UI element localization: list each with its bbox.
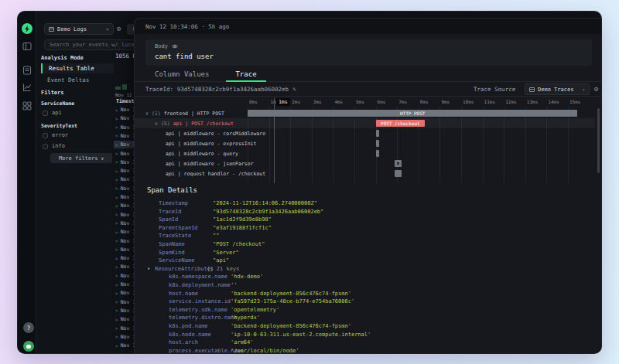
- waterfall-scrollbar[interactable]: [597, 108, 600, 173]
- tab-trace[interactable]: Trace: [226, 68, 265, 82]
- table-row[interactable]: >Nov 12 10:3: [114, 202, 135, 209]
- attribute-key: process.executable.name: [169, 348, 227, 353]
- table-row[interactable]: >Nov 12 10:3: [114, 114, 135, 122]
- axis-tick-label: 12ms: [505, 99, 516, 104]
- chevron-expand-icon: >: [115, 308, 118, 313]
- span-label: ∨(5)api | POST /checkout: [155, 121, 234, 127]
- table-row[interactable]: >Nov 12 10:3: [114, 333, 135, 341]
- attribute-key: telemetry.distro.name: [169, 315, 227, 322]
- table-row[interactable]: >Nov 12 10:3: [114, 315, 135, 323]
- chevron-expand-icon: >: [115, 325, 118, 331]
- attribute-key: ParentSpanId: [159, 225, 210, 233]
- chat-bubble-icon: [26, 345, 31, 349]
- chevron-expand-icon: >: [115, 220, 118, 226]
- span-duration-bar[interactable]: [376, 130, 379, 137]
- notebook-icon[interactable]: [22, 66, 32, 75]
- app-logo-icon[interactable]: [22, 23, 32, 34]
- span-name: frontend | HTTP POST: [164, 111, 224, 117]
- axis-tick-label: 8ms: [420, 99, 429, 104]
- attribute-value: "Server": [213, 250, 239, 257]
- attribute-key: SpanName: [159, 241, 210, 249]
- dashboards-grid-icon[interactable]: [22, 101, 32, 111]
- trace-source-select[interactable]: Demo Traces ▾: [525, 83, 590, 95]
- filter-option-error[interactable]: error: [43, 132, 68, 138]
- attribute-key: k8s.deployment.name: [169, 282, 227, 290]
- attribute-key: ServiceName: [159, 257, 210, 265]
- filter-group-severitytext-label: SeverityText: [41, 123, 77, 129]
- table-row[interactable]: >Nov 12 10:3: [114, 281, 135, 288]
- table-row[interactable]: >Nov 12 10:3: [114, 272, 135, 280]
- span-row[interactable]: ∨(5)api | POST /checkoutPOST /checkout: [135, 118, 595, 128]
- chart-explorer-icon[interactable]: [22, 83, 32, 92]
- help-button[interactable]: ?: [23, 322, 34, 333]
- span-duration-bar[interactable]: [395, 160, 401, 167]
- app-window: ? Demo Logs × ⚙ SE Analysis Mode Results…: [17, 11, 602, 354]
- clear-icon[interactable]: ×: [106, 26, 109, 32]
- table-row[interactable]: >Nov 12 10:3: [114, 106, 135, 114]
- table-row[interactable]: >Nov 12 10:3: [114, 325, 135, 332]
- checkbox[interactable]: [43, 133, 48, 138]
- search-panels-icon[interactable]: [22, 42, 32, 51]
- table-row[interactable]: >Nov 12 10:3: [114, 228, 135, 236]
- table-row[interactable]: >Nov 12 10:3: [114, 167, 135, 175]
- span-row[interactable]: api | middleware - query: [135, 148, 595, 158]
- span-duration-bar[interactable]: [376, 150, 379, 157]
- table-row[interactable]: >Nov 12 10:3: [114, 219, 135, 227]
- span-row[interactable]: api | request handler - /checkout: [135, 168, 595, 179]
- table-row[interactable]: >Nov 12 10:3: [114, 158, 135, 166]
- filter-option-info[interactable]: info: [43, 143, 65, 149]
- chat-button[interactable]: [23, 341, 34, 352]
- span-row[interactable]: api | middleware - corsMiddleware: [135, 128, 595, 138]
- table-row[interactable]: >Nov 12 10:3: [114, 307, 135, 315]
- table-row[interactable]: >Nov 12 10:3: [114, 132, 135, 140]
- span-name: api | request handler - /checkout: [166, 171, 265, 177]
- axis-tick-label: 6ms: [378, 99, 386, 104]
- table-row[interactable]: >Nov 12 10:3: [114, 141, 135, 148]
- table-row[interactable]: >Nov 12 10:3: [114, 263, 135, 270]
- span-duration-bar[interactable]: POST /checkout: [376, 120, 425, 127]
- source-select[interactable]: Demo Logs ×: [44, 23, 114, 35]
- attribute-value: 'hyperdx': [231, 315, 260, 322]
- table-row[interactable]: >Nov 12 10:3: [114, 193, 135, 201]
- chevron-down-icon[interactable]: ∨: [155, 121, 158, 127]
- table-row[interactable]: >Nov 12 10:3: [114, 342, 135, 349]
- span-row[interactable]: ∨(1)frontend | HTTP POSTHTTP POST: [135, 108, 595, 118]
- table-row[interactable]: >Nov 12 10:3: [114, 254, 135, 262]
- table-row[interactable]: >Nov 12 10:3: [114, 298, 135, 306]
- chevron-expand-icon: >: [115, 185, 118, 191]
- span-name: api | middleware - expressInit: [166, 141, 256, 147]
- attribute-value: 'fa597d23-175a-48ce-b774-e754ba76086c': [231, 298, 354, 306]
- checkbox[interactable]: [43, 144, 48, 149]
- table-row[interactable]: >Nov 12 10:3: [114, 185, 135, 192]
- span-row[interactable]: api | middleware - expressInit: [135, 138, 595, 148]
- table-row[interactable]: >Nov 12 10:3: [114, 124, 135, 131]
- chevron-expand-icon: >: [115, 177, 118, 182]
- expand-caret-icon[interactable]: ▾: [147, 266, 150, 274]
- eye-icon[interactable]: [172, 43, 178, 49]
- span-detail-row: service.instance.id'fa597d23-175a-48ce-b…: [147, 298, 597, 306]
- span-row[interactable]: api | middleware - jsonParser: [135, 158, 595, 168]
- filter-option-api[interactable]: api: [43, 110, 62, 116]
- trace-source-settings-gear-icon[interactable]: ⚙: [594, 86, 598, 93]
- table-row[interactable]: >Nov 12 10:3: [114, 237, 135, 245]
- checkbox[interactable]: [43, 111, 48, 116]
- attribute-value: '/usr/local/bin/node': [231, 348, 299, 353]
- span-duration-bar[interactable]: [376, 140, 379, 147]
- span-duration-bar[interactable]: [395, 170, 401, 177]
- span-duration-bar[interactable]: HTTP POST: [248, 110, 577, 117]
- more-filters-button[interactable]: More filters∨: [50, 153, 112, 163]
- chevron-expand-icon: >: [115, 142, 118, 148]
- table-row[interactable]: >Nov 12 10:3: [114, 175, 135, 183]
- table-row[interactable]: >Nov 12 10:3: [114, 246, 135, 253]
- table-row[interactable]: >Nov 12 10:3: [114, 289, 135, 297]
- table-row[interactable]: >Nov 12 10:3: [114, 211, 135, 219]
- chevron-expand-icon: >: [115, 282, 118, 287]
- mode-event-deltas[interactable]: Event Deltas: [41, 75, 114, 85]
- edit-pencil-icon[interactable]: ✎: [292, 86, 296, 93]
- tab-column-values[interactable]: Column Values: [145, 68, 218, 82]
- table-row[interactable]: >Nov 12 10:3: [114, 150, 135, 158]
- chevron-down-icon[interactable]: ∨: [145, 111, 149, 117]
- mode-results-table[interactable]: Results Table: [41, 63, 114, 73]
- attribute-value: 'opentelemetry': [231, 307, 279, 315]
- axis-tick-label: 5ms: [356, 99, 364, 104]
